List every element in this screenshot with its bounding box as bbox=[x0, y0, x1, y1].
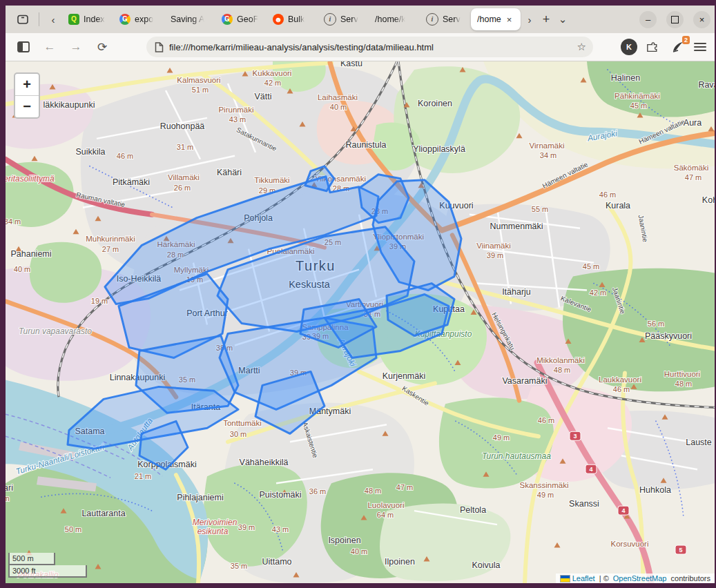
map-label: Lauttaranta bbox=[81, 509, 125, 518]
tab-label: Saving A bbox=[171, 14, 204, 24]
tab-index[interactable]: QIndex bbox=[62, 8, 112, 30]
map-label: 48 m bbox=[365, 487, 381, 495]
map-label: Pitkämäki bbox=[113, 177, 150, 187]
map-label: Lauste bbox=[686, 438, 712, 447]
map-label: Säkömäki bbox=[674, 164, 708, 172]
map-label: 50 m bbox=[65, 525, 81, 533]
map-label: 36 m bbox=[309, 487, 326, 496]
openstreetmap-link[interactable]: OpenStreetMap bbox=[613, 574, 667, 582]
map-label: ari bbox=[6, 483, 13, 493]
navigation-toolbar: ← → ⟳ file:///home/karri/milieau-analysi… bbox=[6, 33, 715, 61]
scroll-tabs-left-button[interactable]: ‹ bbox=[45, 10, 61, 29]
extensions-button[interactable] bbox=[644, 38, 662, 56]
tab-home[interactable]: /home× bbox=[471, 8, 521, 30]
map-label: Kukkavuori bbox=[253, 69, 292, 77]
map-label: Pahaniemi bbox=[10, 249, 51, 259]
zoom-in-button[interactable]: + bbox=[15, 74, 39, 96]
map-label: 43 m bbox=[229, 115, 246, 124]
maximize-icon bbox=[671, 16, 679, 23]
sidebar-toggle-button[interactable] bbox=[14, 37, 33, 57]
url-bar[interactable]: file:///home/karri/milieau-analysis/anal… bbox=[146, 37, 593, 57]
tab-label: Serv bbox=[340, 14, 358, 24]
map-label: 45 m bbox=[583, 262, 599, 271]
map-label: eritasoliittymä bbox=[6, 174, 55, 184]
map-label: 42 m bbox=[264, 79, 281, 87]
tab-serv[interactable]: iServ bbox=[420, 8, 470, 30]
firefox-view-button[interactable] bbox=[12, 9, 33, 30]
map-label: 48 m bbox=[554, 366, 570, 374]
road-shield-number: 4 bbox=[589, 466, 592, 473]
map-label: Mikkolanmäki bbox=[536, 356, 585, 364]
map-label: Huhkola bbox=[639, 485, 671, 495]
menu-button[interactable] bbox=[694, 43, 706, 51]
map-label: 35 m bbox=[231, 562, 247, 570]
tab-label: GeoF bbox=[237, 14, 258, 24]
map-label: Villamäki bbox=[168, 173, 200, 182]
bookmark-star-icon[interactable]: ☆ bbox=[577, 41, 586, 53]
tab-close-icon[interactable]: × bbox=[507, 14, 512, 25]
back-button[interactable]: ← bbox=[40, 37, 59, 57]
map-label: Merivoimien bbox=[193, 518, 238, 527]
map-label: m bbox=[6, 494, 10, 502]
map-label: 47 m bbox=[396, 483, 413, 491]
tab-geof[interactable]: GGeoF bbox=[215, 8, 265, 30]
scale-control: 500 m 3000 ft bbox=[8, 553, 87, 578]
map-label: Pirunmäki bbox=[218, 106, 253, 114]
tab-home-k[interactable]: /home/k bbox=[369, 8, 418, 30]
map-label: läkkikaupunki bbox=[43, 100, 95, 110]
tab-label: expo bbox=[135, 14, 153, 24]
tab-serv[interactable]: iServ bbox=[318, 8, 367, 30]
map-label: Ispoinen bbox=[328, 536, 360, 545]
map-label: Kurjenmäki bbox=[383, 371, 425, 381]
map-label: Tonttumäki bbox=[223, 419, 262, 427]
map-label: 31 m bbox=[177, 143, 193, 151]
map-label: Uittamo bbox=[262, 557, 291, 567]
leaflet-link[interactable]: Leaflet bbox=[572, 574, 595, 582]
map-label: Hurttivuori bbox=[664, 370, 700, 378]
attribution-control: Leaflet | © OpenStreetMap contributors bbox=[556, 574, 715, 583]
map-label: Koroinen bbox=[418, 99, 452, 108]
map-canvas: 3445 KastuläkkikaupunkiKalmasvuori51 mKu… bbox=[6, 61, 715, 583]
map-label: Vätti bbox=[254, 92, 271, 101]
map-label: Koivula bbox=[472, 560, 501, 570]
new-tab-button[interactable]: + bbox=[538, 10, 554, 29]
tab-saving-a[interactable]: Saving A bbox=[164, 8, 214, 30]
map-label: Ylioppilaskylä bbox=[413, 144, 465, 154]
profile-avatar[interactable]: K bbox=[621, 39, 637, 55]
tab-label: Bulk bbox=[288, 14, 304, 24]
map-label: 46 m bbox=[613, 385, 630, 393]
map-label: 40 m bbox=[330, 103, 347, 111]
zoom-out-button[interactable]: − bbox=[15, 96, 39, 117]
map-label: 47 m bbox=[685, 173, 702, 182]
map-label: Muhkurinmäki bbox=[86, 235, 135, 243]
map-label: 27 m bbox=[102, 245, 119, 253]
map-label: 30 m bbox=[230, 430, 246, 438]
map-label: 42 m bbox=[590, 288, 606, 297]
scroll-tabs-right-button[interactable]: › bbox=[521, 10, 538, 29]
close-window-button[interactable]: × bbox=[693, 11, 710, 28]
map-label: Suikkila bbox=[75, 147, 105, 157]
minimize-button[interactable]: – bbox=[639, 11, 657, 28]
url-text[interactable]: file:///home/karri/milieau-analysis/anal… bbox=[169, 42, 572, 52]
map-label: Aura bbox=[684, 118, 702, 128]
info-favicon: i bbox=[426, 13, 438, 26]
list-all-tabs-button[interactable]: ⌄ bbox=[554, 10, 571, 29]
reload-button[interactable]: ⟳ bbox=[93, 37, 112, 57]
tab-expo[interactable]: Gexpo bbox=[113, 8, 163, 30]
tab-list: QIndexGexpoSaving AGGeoF☻BulkiServ/home/… bbox=[61, 6, 521, 33]
map-label: Raunistula bbox=[345, 140, 386, 150]
map-label: 46 m bbox=[117, 152, 133, 160]
google-favicon: G bbox=[222, 14, 233, 25]
extension-with-badge-button[interactable]: 2 bbox=[669, 38, 687, 56]
map-label: 49 m bbox=[493, 433, 510, 442]
map-label: Viinamäki bbox=[476, 242, 511, 250]
maximize-button[interactable] bbox=[666, 11, 684, 28]
leaflet-map[interactable]: 3445 KastuläkkikaupunkiKalmasvuori51 mKu… bbox=[6, 61, 715, 583]
forward-button[interactable]: → bbox=[66, 37, 86, 57]
tab-bulk[interactable]: ☻Bulk bbox=[267, 8, 316, 30]
google-favicon: G bbox=[119, 14, 130, 25]
map-label: Skanssinmäki bbox=[520, 481, 569, 489]
map-label: Kastu bbox=[340, 61, 362, 68]
map-label: 51 m bbox=[192, 86, 209, 94]
map-label: Vähäheikkilä bbox=[240, 458, 289, 467]
